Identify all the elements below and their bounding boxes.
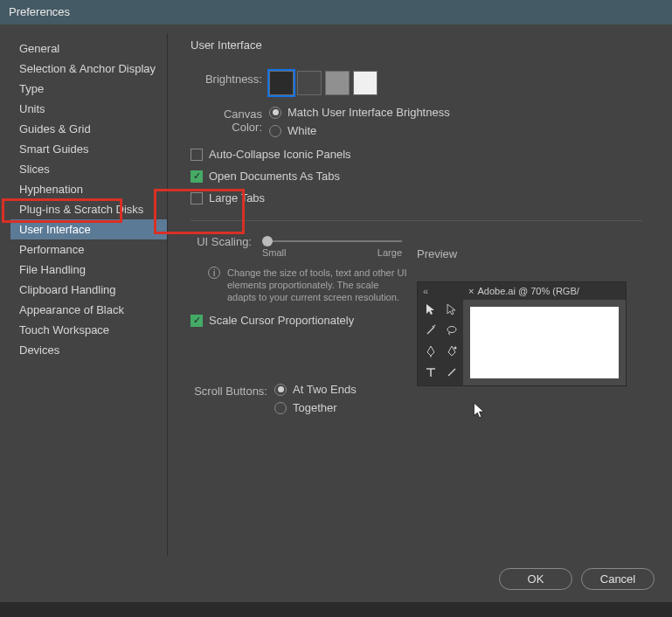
window-title: Preferences bbox=[9, 5, 70, 18]
checkbox-icon bbox=[191, 149, 203, 161]
sidebar-item-type[interactable]: Type bbox=[10, 79, 167, 99]
tab-text: Adobe.ai @ 70% (RGB/ bbox=[477, 286, 578, 296]
open-docs-tabs-checkbox[interactable]: Open Documents As Tabs bbox=[191, 170, 662, 183]
canvas-color-match[interactable]: Match User Interface Brightness bbox=[269, 106, 450, 119]
sidebar-item-hyphenation[interactable]: Hyphenation bbox=[10, 179, 167, 199]
preview-document: × Adobe.ai @ 70% (RGB/ bbox=[463, 282, 626, 385]
sidebar-item-smart-guides[interactable]: Smart Guides bbox=[10, 139, 167, 159]
canvas-color-label: Canvas Color: bbox=[191, 106, 269, 134]
close-icon: × bbox=[468, 286, 474, 296]
checkbox-icon bbox=[191, 192, 203, 205]
radio-icon bbox=[274, 402, 287, 414]
svg-point-1 bbox=[454, 347, 457, 350]
info-icon: i bbox=[208, 267, 220, 279]
ui-scaling-label: UI Scaling: bbox=[191, 233, 259, 248]
preview-toolbar: « bbox=[418, 282, 463, 385]
selection-tool-icon bbox=[421, 300, 440, 319]
wand-tool-icon bbox=[421, 321, 440, 340]
sidebar-item-general[interactable]: General bbox=[10, 38, 167, 59]
sidebar-item-clipboard[interactable]: Clipboard Handling bbox=[10, 280, 167, 300]
slider-min-label: Small bbox=[262, 247, 287, 258]
sidebar-item-selection[interactable]: Selection & Anchor Display bbox=[10, 59, 167, 79]
radio-label: Match User Interface Brightness bbox=[288, 106, 450, 119]
titlebar: Preferences bbox=[0, 0, 672, 24]
brightness-swatch-darkest[interactable] bbox=[269, 71, 294, 95]
line-tool-icon bbox=[442, 363, 461, 382]
slider-thumb[interactable] bbox=[262, 236, 273, 246]
radio-icon bbox=[269, 107, 281, 119]
auto-collapse-checkbox[interactable]: Auto-Collapse Iconic Panels bbox=[191, 148, 662, 161]
large-tabs-checkbox[interactable]: Large Tabs bbox=[191, 191, 662, 205]
checkbox-label: Auto-Collapse Iconic Panels bbox=[209, 148, 351, 161]
pen-tool-icon bbox=[421, 342, 440, 361]
preview-block: Preview « bbox=[417, 247, 627, 386]
radio-label: Together bbox=[293, 401, 337, 414]
hint-text: Change the size of tools, text and other… bbox=[227, 267, 409, 303]
footer: OK Cancel bbox=[0, 556, 672, 602]
curvature-tool-icon bbox=[442, 342, 461, 361]
sidebar-item-appearance-black[interactable]: Appearance of Black bbox=[10, 300, 167, 320]
checkbox-label: Scale Cursor Proportionately bbox=[209, 314, 354, 327]
brightness-swatch-dark[interactable] bbox=[297, 71, 322, 95]
dialog-body: General Selection & Anchor Display Type … bbox=[0, 24, 672, 556]
preview-canvas bbox=[470, 307, 619, 378]
sidebar-item-file-handling[interactable]: File Handling bbox=[10, 260, 167, 280]
preview-box: « × Adobe.ai @ 70% (R bbox=[417, 281, 627, 386]
brightness-swatch-lightest[interactable] bbox=[353, 71, 378, 95]
radio-icon bbox=[269, 125, 281, 137]
radio-label: At Two Ends bbox=[293, 383, 357, 396]
brightness-swatches bbox=[269, 71, 378, 95]
panel-title: User Interface bbox=[191, 38, 662, 52]
preview-label: Preview bbox=[417, 247, 627, 260]
checkbox-icon bbox=[191, 170, 203, 183]
cancel-button[interactable]: Cancel bbox=[581, 568, 655, 590]
scroll-two-ends[interactable]: At Two Ends bbox=[274, 383, 357, 396]
divider bbox=[191, 220, 642, 221]
ui-scaling-hint: i Change the size of tools, text and oth… bbox=[208, 267, 409, 303]
checkbox-label: Large Tabs bbox=[209, 191, 265, 205]
checkbox-label: Open Documents As Tabs bbox=[209, 170, 340, 183]
sidebar-item-user-interface[interactable]: User Interface bbox=[10, 219, 167, 239]
sidebar-item-plugins[interactable]: Plug-ins & Scratch Disks bbox=[10, 199, 167, 219]
sidebar-item-performance[interactable]: Performance bbox=[10, 239, 167, 260]
direct-select-tool-icon bbox=[442, 300, 461, 319]
sidebar-item-touch-workspace[interactable]: Touch Workspace bbox=[10, 320, 167, 340]
lasso-tool-icon bbox=[442, 321, 461, 340]
sidebar-item-units[interactable]: Units bbox=[10, 99, 167, 119]
ui-scaling-slider[interactable]: Small Large bbox=[262, 233, 402, 258]
preview-tab: × Adobe.ai @ 70% (RGB/ bbox=[463, 282, 626, 300]
brightness-label: Brightness: bbox=[191, 71, 269, 86]
main-panel: User Interface Brightness: Canvas Color:… bbox=[168, 33, 662, 556]
svg-point-0 bbox=[447, 327, 456, 333]
scroll-together[interactable]: Together bbox=[274, 401, 357, 414]
sidebar: General Selection & Anchor Display Type … bbox=[10, 33, 168, 556]
sidebar-item-slices[interactable]: Slices bbox=[10, 159, 167, 179]
ok-button[interactable]: OK bbox=[499, 568, 572, 590]
slider-max-label: Large bbox=[378, 247, 402, 258]
type-tool-icon bbox=[421, 363, 440, 382]
scroll-buttons-label: Scroll Buttons: bbox=[191, 383, 274, 398]
brightness-swatch-light[interactable] bbox=[325, 71, 350, 95]
canvas-color-white[interactable]: White bbox=[269, 124, 450, 137]
checks-block: Auto-Collapse Iconic Panels Open Documen… bbox=[191, 148, 662, 205]
canvas-color-row: Canvas Color: Match User Interface Brigh… bbox=[191, 106, 662, 137]
radio-icon bbox=[274, 384, 287, 396]
sidebar-item-devices[interactable]: Devices bbox=[10, 340, 167, 360]
scroll-buttons-row: Scroll Buttons: At Two Ends Together bbox=[191, 383, 662, 414]
brightness-row: Brightness: bbox=[191, 71, 662, 95]
radio-label: White bbox=[288, 124, 316, 137]
sidebar-item-guides-grid[interactable]: Guides & Grid bbox=[10, 119, 167, 139]
collapse-icon: « bbox=[421, 286, 460, 300]
checkbox-icon bbox=[191, 315, 203, 327]
